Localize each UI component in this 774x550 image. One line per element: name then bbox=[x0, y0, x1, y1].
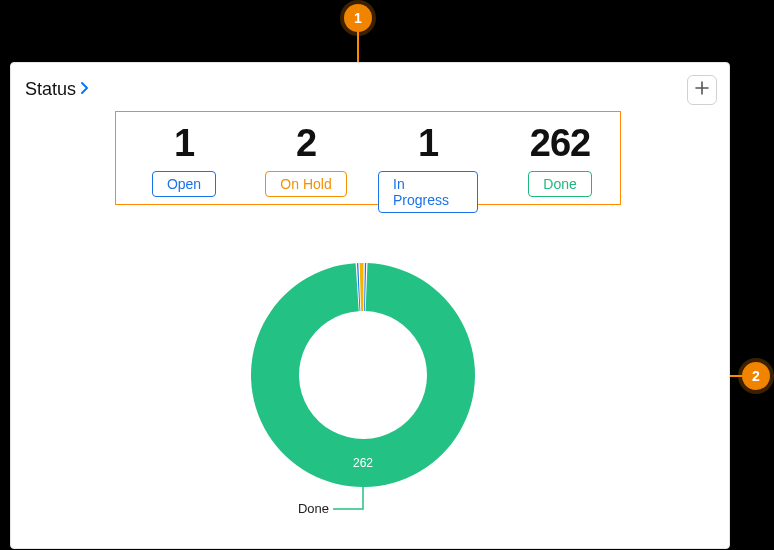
stat-open[interactable]: 1 Open bbox=[134, 122, 234, 197]
donut-done-label: Done bbox=[298, 501, 329, 516]
stat-done-count: 262 bbox=[530, 122, 590, 165]
status-summary-group: 1 Open 2 On Hold 1 In Progress 262 Done bbox=[115, 111, 621, 205]
donut-done-value: 262 bbox=[353, 456, 373, 470]
chevron-right-icon bbox=[80, 81, 90, 98]
stat-open-count: 1 bbox=[174, 122, 194, 165]
stat-hold-count: 2 bbox=[296, 122, 316, 165]
stat-hold-label: On Hold bbox=[265, 171, 346, 197]
stat-in-progress[interactable]: 1 In Progress bbox=[378, 122, 478, 213]
plus-icon bbox=[695, 81, 709, 99]
stat-done-label: Done bbox=[528, 171, 591, 197]
donut-segment-on-hold[interactable] bbox=[360, 263, 364, 311]
panel-title: Status bbox=[25, 79, 76, 100]
stat-progress-count: 1 bbox=[418, 122, 438, 165]
add-button[interactable] bbox=[687, 75, 717, 105]
annotation-badge-1: 1 bbox=[344, 4, 372, 32]
stat-open-label: Open bbox=[152, 171, 216, 197]
donut-done-leader bbox=[333, 487, 363, 509]
annotation-badge-2: 2 bbox=[742, 362, 770, 390]
stat-on-hold[interactable]: 2 On Hold bbox=[256, 122, 356, 197]
stat-done[interactable]: 262 Done bbox=[500, 122, 620, 197]
donut-segment-in-progress[interactable] bbox=[364, 263, 366, 311]
status-panel: Status 1 Open 2 On Hold 1 In Progress bbox=[10, 62, 730, 549]
status-donut-chart: 262Done bbox=[243, 255, 483, 535]
panel-header[interactable]: Status bbox=[25, 79, 90, 100]
stat-progress-label: In Progress bbox=[378, 171, 478, 213]
